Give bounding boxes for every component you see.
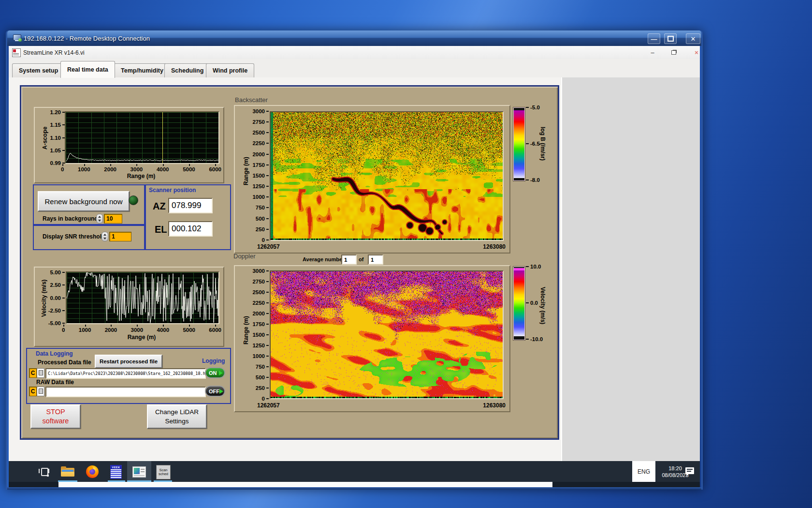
doppler-plot-frame: Range (m) 300027502500225020001750150012… [234,265,510,412]
el-value: 000.102 [168,221,213,237]
backscatter-yticks: 3000275025002250200017501500125010007505… [247,108,269,243]
change-lidar-settings-button[interactable]: Change LiDAR Settings [147,404,207,429]
processed-drive-button[interactable]: C [29,368,37,378]
streamline-app-icon [132,466,146,478]
vi-titlebar[interactable]: StreamLine XR v14-6.vi – × [9,46,700,60]
data-logging-title: Data Logging [36,350,73,357]
ascope-xticks: 0100020003000400050006000 [61,166,221,172]
tab-real-time-data[interactable]: Real time data [60,61,115,78]
labview-vi-icon [12,48,21,57]
firefox-icon[interactable] [86,465,99,478]
az-value: 078.999 [168,198,213,213]
backscatter-colorbar [513,107,525,181]
raw-path-field[interactable] [45,387,206,397]
doppler-colorbar-label: Velocity (m/s) [539,274,546,337]
rdp-bottom-border [7,487,701,490]
desktop: 192.168.0.122 - Remote Desktop Connectio… [0,0,812,508]
stop-software-button[interactable]: STOP software [30,404,81,429]
active-app-taskbar-button[interactable] [127,461,151,482]
backscatter-colorbar-ticks: -5.0-6.5-8.0 [526,105,540,183]
action-center-icon[interactable] [685,467,694,474]
taskbar: VEEK Scansched ENG 18:2008/08/2023 [9,461,700,482]
snr-threshold-label: Display SNR threshold [43,233,105,240]
el-label: EL [155,224,167,235]
snr-value-field[interactable]: 1 [109,232,131,241]
ascope-plot [65,111,219,164]
snr-spinner[interactable] [102,232,108,241]
average-number-label: Average number [303,256,344,262]
rdp-close-button[interactable]: ✕ [686,33,700,44]
doppler-title: Doppler [233,253,256,260]
az-label: AZ [153,201,166,212]
rays-value-field[interactable]: 10 [104,214,122,224]
velocity-xticks: 0100020003000400050006000 [62,327,221,333]
vi-close-button[interactable]: × [691,48,700,57]
remote-desktop-icon [13,34,22,42]
remote-session-area: StreamLine XR v14-6.vi – × System setup … [9,46,700,487]
tab-wind-profile[interactable]: Wind profile [206,63,254,77]
raw-drive-button[interactable]: C [29,387,37,396]
doppler-plot [270,270,504,399]
language-indicator[interactable]: ENG [632,461,655,482]
vi-minimize-button[interactable]: – [647,48,658,57]
velocity-ylabel: Velocity (m/s) [41,271,47,325]
ascope-yticks: 1.201.151.101.050.99 [46,109,65,166]
raw-logging-off-toggle[interactable]: OFF [205,386,225,397]
velocity-xlabel: Range (m) [66,334,218,341]
average-total-field[interactable]: 1 [368,254,383,265]
backscatter-x-start: 1262057 [257,243,280,250]
scanner-position-box: Scanner position AZ 078.999 EL 000.102 [144,184,231,250]
processed-logging-on-toggle[interactable]: ON [205,367,225,378]
doppler-yticks: 3000275025002250200017501500125010007505… [247,268,269,402]
doppler-x-end: 1263080 [483,402,506,409]
rdp-window-title: 192.168.0.122 - Remote Desktop Connectio… [24,35,150,42]
rdp-titlebar[interactable]: 192.168.0.122 - Remote Desktop Connectio… [7,30,701,46]
file-explorer-icon[interactable] [61,467,74,477]
renew-background-button[interactable]: Renew background now [38,191,130,211]
backscatter-plot [270,111,504,241]
snr-group-box: Display SNR threshold 1 [33,224,146,250]
raw-data-file-label: RAW Data file [36,379,74,386]
background-led-indicator [129,195,138,205]
doppler-x-start: 1262057 [257,402,280,409]
logging-label: Logging [202,358,225,364]
tab-system-setup[interactable]: System setup [12,63,65,77]
vi-window-title: StreamLine XR v14-6.vi [23,49,85,56]
main-panel: A-scope 1.201.151.101.050.99 01000200030… [20,85,559,440]
rays-in-background-label: Rays in background [43,215,98,222]
average-number-field[interactable]: 1 [341,254,357,265]
velocity-plot-frame: Velocity (m/s) 5.002.500.00-2.50-5.00 01… [34,267,224,347]
processed-browse-icon[interactable] [37,368,44,378]
restart-processed-file-button[interactable]: Restart processed file [95,355,162,368]
task-view-icon[interactable] [39,466,49,477]
rdp-minimize-button[interactable]: — [648,33,660,44]
labview-doc-taskbar-icon[interactable]: VEEK [110,465,122,479]
raw-browse-icon[interactable] [37,387,44,396]
backscatter-x-end: 1263080 [483,243,506,250]
ascope-xlabel: Range (m) [65,173,218,179]
rdp-window: 192.168.0.122 - Remote Desktop Connectio… [6,30,703,490]
of-label: of [359,256,363,262]
scanner-position-title: Scanner position [149,187,196,194]
velocity-yticks: 5.002.500.00-2.50-5.00 [47,269,65,326]
backscatter-plot-frame: Range (m) 300027502500225020001750150012… [234,105,510,254]
tab-temp-humidity[interactable]: Temp/humidity [114,63,170,77]
tab-scheduling[interactable]: Scheduling [164,63,210,77]
doppler-colorbar [513,267,525,340]
tab-strip: System setup Real time data Temp/humidit… [9,59,700,78]
velocity-plot [66,271,219,324]
ascope-plot-frame: A-scope 1.201.151.101.050.99 01000200030… [34,107,224,183]
processed-data-file-label: Processed Data file [38,359,91,366]
vi-restore-button[interactable] [668,48,679,57]
rays-spinner[interactable] [96,214,103,224]
background-group-box: Renew background now Rays in background … [33,184,146,226]
backscatter-title: Backscatter [235,96,268,104]
data-logging-box: Data Logging Processed Data file Restart… [26,348,231,404]
rdp-horizontal-scrollbar[interactable] [9,482,700,487]
rdp-maximize-button[interactable] [664,33,677,44]
window-background-right [561,77,700,461]
backscatter-colorbar-label: log B (/m/sr) [539,115,546,173]
scan-scheduler-icon[interactable]: Scansched [156,465,171,479]
processed-path-field[interactable]: C:\Lidar\Data\Proc\2023\202308\20230808\… [45,368,206,379]
